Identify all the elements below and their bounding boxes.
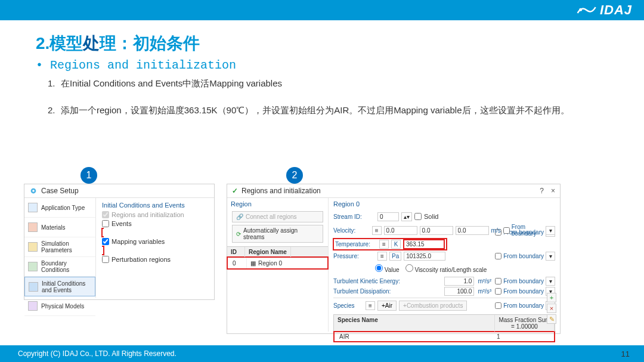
brand-bar: IDAJ xyxy=(0,0,644,20)
region-label: Region xyxy=(227,198,328,210)
region-icon: ▦ xyxy=(250,260,256,267)
velocity-z[interactable] xyxy=(456,226,489,235)
tke-from-boundary[interactable]: From boundary▾ xyxy=(495,277,555,286)
species-row-air[interactable]: AIR1 xyxy=(336,332,553,341)
svg-point-2 xyxy=(32,190,35,192)
refresh-icon: ⟳ xyxy=(236,231,241,237)
step-1: 在Initial Conditions and Events中激活Mapping… xyxy=(61,77,282,91)
nav-application-type[interactable]: Application Type xyxy=(24,198,95,218)
nav-icon xyxy=(28,262,38,271)
chk-events[interactable]: Events xyxy=(102,220,208,227)
close-button[interactable]: × xyxy=(551,187,555,195)
remove-button[interactable]: × xyxy=(547,304,556,313)
td-from-boundary[interactable]: From boundary▾ xyxy=(495,287,555,296)
check-icon: ✓ xyxy=(232,187,238,195)
radio-value[interactable]: Value xyxy=(375,264,400,273)
gear-icon xyxy=(29,187,38,195)
stream-stepper[interactable]: ▴▾ xyxy=(401,212,412,221)
logo: IDAJ xyxy=(577,2,632,18)
chk-perturbation[interactable]: Perturbation regions xyxy=(102,256,208,263)
pressure-input[interactable] xyxy=(404,252,445,261)
regions-init-window: ✓ Regions and initialization ? × Region … xyxy=(227,184,561,334)
edit-button[interactable]: ✎ xyxy=(547,314,556,324)
nav-icon xyxy=(28,301,38,311)
step-2: 添加一个region，设置初始温度363.15K（90℃），并设置初始组分为AI… xyxy=(61,104,569,117)
page-number: 11 xyxy=(621,349,630,358)
nav-materials[interactable]: Materials xyxy=(24,218,95,237)
footer: Copyright (C) IDAJ Co., LTD. All Rights … xyxy=(0,345,644,362)
velocity-x[interactable] xyxy=(384,226,417,235)
radio-viscosity[interactable]: Viscosity ratio/Length scale xyxy=(405,264,487,273)
chk-mapping-vars[interactable]: Mapping variables xyxy=(102,238,208,245)
temperature-input[interactable] xyxy=(403,239,445,249)
nav-sim-params[interactable]: Simulation Parameters xyxy=(24,237,95,257)
nav-physical-models[interactable]: Physical Models xyxy=(24,296,95,316)
species-table: Species NameMass Fraction Sum = 1.00000 … xyxy=(333,314,555,342)
nav-icon xyxy=(28,222,38,232)
chk-regions-init[interactable]: Regions and initialization xyxy=(102,211,208,218)
add-combustion-button[interactable]: +Combustion products xyxy=(399,301,467,311)
vel-from-boundary[interactable]: From boundary▾ xyxy=(503,224,555,237)
logo-text: IDAJ xyxy=(600,2,632,18)
list-icon[interactable]: ≡ xyxy=(379,240,389,249)
region-header: Region 0 xyxy=(333,200,555,209)
add-button[interactable]: + xyxy=(547,293,556,302)
callout-1: 1 xyxy=(80,167,97,184)
nav-initial-conditions[interactable]: Initial Conditions and Events xyxy=(24,277,95,296)
stream-id-input[interactable] xyxy=(377,212,399,221)
add-air-button[interactable]: +Air xyxy=(377,301,397,311)
species-from-boundary[interactable]: From boundary▾ xyxy=(495,301,555,310)
options-header: Initial Conditions and Events xyxy=(102,202,208,209)
case-setup-window: Case Setup Application Type Materials Si… xyxy=(24,184,215,300)
link-icon: 🔗 xyxy=(236,214,243,220)
nav-icon xyxy=(28,203,38,212)
nav-boundary[interactable]: Boundary Conditions xyxy=(24,257,95,277)
tke-input[interactable] xyxy=(444,277,474,286)
nav-icon xyxy=(29,282,38,292)
td-input[interactable] xyxy=(444,287,474,296)
connect-regions-button[interactable]: 🔗Connect all regions xyxy=(232,211,323,222)
region-table: IDRegion Name 0 ▦Region 0 xyxy=(227,246,328,269)
list-icon[interactable]: ≡ xyxy=(377,252,387,261)
svg-point-0 xyxy=(579,8,582,11)
velocity-y[interactable] xyxy=(420,226,453,235)
nav-icon xyxy=(28,242,38,252)
slide-title: 2.模型处理：初始条件 xyxy=(36,32,620,55)
step-list: 1.在Initial Conditions and Events中激活Mappi… xyxy=(48,77,620,117)
window-title: ✓ Regions and initialization ? × xyxy=(227,184,560,198)
list-icon[interactable]: ≡ xyxy=(366,301,375,310)
subtitle: Regions and initialization xyxy=(36,58,620,72)
callout-2: 2 xyxy=(286,167,303,184)
region-row-0[interactable]: 0 ▦Region 0 xyxy=(229,258,326,268)
window-title: Case Setup xyxy=(24,184,214,198)
list-icon[interactable]: ≡ xyxy=(372,226,382,235)
press-from-boundary[interactable]: From boundary▾ xyxy=(495,252,555,261)
auto-streams-button[interactable]: ⟳Automatically assign streams xyxy=(232,225,323,243)
help-button[interactable]: ? xyxy=(540,187,544,195)
nav-list: Application Type Materials Simulation Pa… xyxy=(24,198,96,298)
solid-checkbox[interactable]: Solid xyxy=(414,213,438,220)
